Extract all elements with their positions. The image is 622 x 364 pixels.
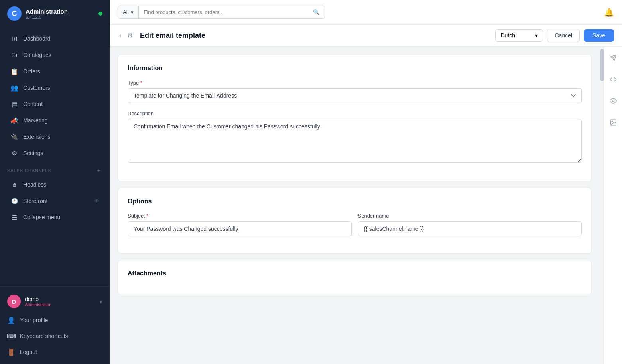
image-icon [610,119,617,128]
sidebar-item-label: Customers [23,85,50,91]
content-scroll: Information Type * Template for Changing… [110,47,600,364]
options-section-title: Options [128,198,582,205]
sidebar-item-label: Content [23,101,43,107]
main-area: All ▾ 🔍 🔔 ‹ ⚙ Edit email template Dutch … [110,0,622,364]
online-status-dot [98,12,102,16]
sidebar-item-dashboard[interactable]: ⊞ Dashboard [3,31,106,47]
required-indicator: * [146,213,148,219]
sidebar-item-orders[interactable]: 📋 Orders [3,63,106,79]
user-row[interactable]: D demo Administrator ▾ [0,291,110,312]
topbar: All ▾ 🔍 🔔 [110,0,622,25]
extensions-icon: 🔌 [10,133,18,141]
marketing-icon: 📣 [10,116,18,124]
storefront-icon: 🕐 [10,197,18,205]
sidebar-item-label: Storefront [23,198,47,204]
language-selector[interactable]: Dutch ▾ [495,29,543,42]
eye-icon: 👁 [94,198,99,204]
type-select[interactable]: Template for Changing the Email-Address [128,88,582,103]
search-input[interactable] [139,6,308,18]
sidebar-bottom: D demo Administrator ▾ 👤 Your profile ⌨ … [0,286,110,364]
language-label: Dutch [500,32,515,39]
svg-point-2 [612,100,614,102]
sidebar-item-content[interactable]: ▤ Content [3,96,106,112]
sidebar-item-headless[interactable]: 🖥 Headless [3,177,106,193]
catalogues-icon: 🗂 [10,51,18,59]
sidebar-item-settings[interactable]: ⚙ Settings [3,145,106,161]
sales-channels-section: Sales Channels ＋ [0,161,110,176]
sidebar-item-label: Keyboard shortcuts [20,333,68,339]
sidebar-item-logout[interactable]: 🚪 Logout [0,344,110,360]
sidebar-item-extensions[interactable]: 🔌 Extensions [3,129,106,145]
attachments-section-title: Attachments [128,270,582,277]
attachments-card: Attachments [118,260,592,295]
sidebar-item-label: Dashboard [23,35,51,42]
settings-icon: ⚙ [10,149,18,157]
information-section-title: Information [128,65,582,72]
content-area: Information Type * Template for Changing… [110,47,622,364]
sidebar-item-collapse-menu[interactable]: ☰ Collapse menu [3,209,106,225]
settings-button[interactable]: ⚙ [126,30,134,41]
sidebar-item-catalogues[interactable]: 🗂 Catalogues [3,47,106,63]
app-version: 6.4.12.0 [26,15,68,20]
send-icon [610,54,617,63]
sidebar-item-label: Settings [23,150,43,156]
search-filter-button[interactable]: All ▾ [118,6,139,18]
send-email-button[interactable] [606,51,620,66]
subject-input[interactable] [128,221,352,236]
search-bar: All ▾ 🔍 [118,6,325,19]
sender-name-label: Sender name [358,213,582,219]
sidebar-item-label: Marketing [23,117,47,124]
add-sales-channel-button[interactable]: ＋ [96,166,102,175]
information-card: Information Type * Template for Changing… [118,55,592,181]
page-header: ‹ ⚙ Edit email template Dutch ▾ Cancel S… [110,25,622,47]
app-title: Administration [26,8,68,15]
type-label: Type * [128,80,582,86]
content-icon: ▤ [10,100,18,108]
subject-field-group: Subject * [128,213,352,236]
cancel-button[interactable]: Cancel [547,29,580,42]
user-name: demo [25,296,51,302]
app-logo: C [7,6,22,21]
media-button[interactable] [606,116,620,130]
logout-icon: 🚪 [7,348,15,356]
save-button[interactable]: Save [584,29,614,42]
filter-label: All [123,9,128,15]
sidebar-item-your-profile[interactable]: 👤 Your profile [0,312,110,328]
sidebar-item-storefront[interactable]: 🕐 Storefront 👁 [3,193,106,209]
sidebar-item-label: Logout [20,349,37,355]
description-field-group: Description [128,110,582,164]
notification-bell-icon[interactable]: 🔔 [604,8,614,17]
sidebar-item-label: Catalogues [23,52,51,58]
sidebar-item-label: Collapse menu [23,214,60,220]
sender-name-input[interactable] [358,221,582,236]
sidebar-nav: ⊞ Dashboard 🗂 Catalogues 📋 Orders 👥 Cust… [0,27,110,286]
dashboard-icon: ⊞ [10,35,18,43]
avatar: D [7,295,21,308]
sidebar-item-keyboard-shortcuts[interactable]: ⌨ Keyboard shortcuts [0,328,110,344]
options-card: Options Subject * Sender na [118,188,592,254]
sidebar-item-label: Your profile [20,317,48,323]
sidebar-item-label: Orders [23,68,40,75]
sidebar-item-customers[interactable]: 👥 Customers [3,80,106,96]
sidebar-item-label: Extensions [23,134,50,140]
type-field-group: Type * Template for Changing the Email-A… [128,80,582,103]
search-submit-button[interactable]: 🔍 [308,6,325,18]
headless-icon: 🖥 [10,181,18,189]
scrollbar-track[interactable] [600,47,604,364]
right-toolbar [604,47,622,364]
chevron-down-icon: ▾ [535,32,538,39]
subject-label: Subject * [128,213,352,219]
scrollbar-thumb[interactable] [600,49,604,81]
code-icon [610,76,617,85]
customers-icon: 👥 [10,84,18,92]
preview-button[interactable] [606,94,620,109]
chevron-down-icon: ▾ [99,298,102,305]
sender-name-field-group: Sender name [358,213,582,236]
description-label: Description [128,110,582,116]
sidebar-header: C Administration 6.4.12.0 [0,0,110,27]
back-button[interactable]: ‹ [118,30,123,41]
code-editor-button[interactable] [606,73,620,87]
sidebar-item-marketing[interactable]: 📣 Marketing [3,112,106,128]
description-textarea[interactable] [128,119,582,163]
required-indicator: * [140,80,142,86]
